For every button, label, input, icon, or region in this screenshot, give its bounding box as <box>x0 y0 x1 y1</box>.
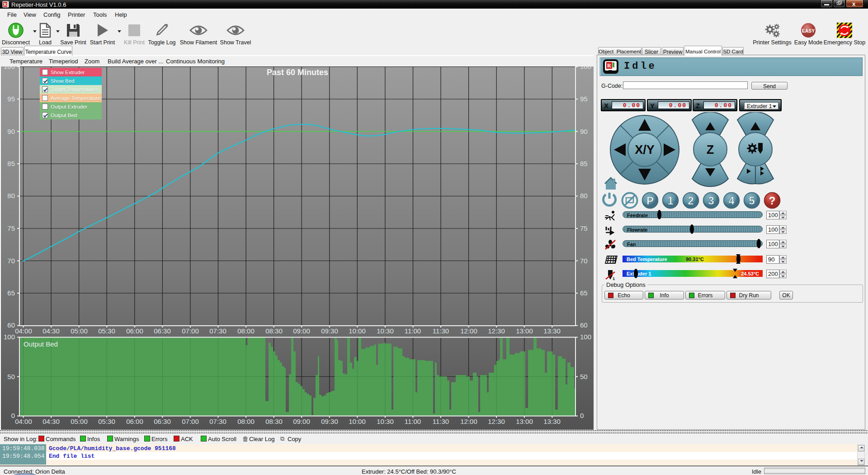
svg-text:70: 70 <box>580 257 588 265</box>
svg-text:75: 75 <box>580 224 588 232</box>
svg-text:0: 0 <box>11 412 15 419</box>
svg-text:85: 85 <box>7 160 15 167</box>
svg-text:10:30: 10:30 <box>377 418 394 425</box>
svg-text:13:00: 13:00 <box>516 418 533 425</box>
svg-text:95: 95 <box>580 95 588 103</box>
svg-text:80: 80 <box>7 192 15 200</box>
svg-text:12:30: 12:30 <box>488 327 505 335</box>
svg-text:06:30: 06:30 <box>154 418 171 425</box>
svg-text:09:00: 09:00 <box>293 327 310 335</box>
svg-text:07:00: 07:00 <box>182 418 199 425</box>
svg-text:100: 100 <box>580 66 591 70</box>
svg-text:07:30: 07:30 <box>209 418 226 425</box>
svg-text:13:00: 13:00 <box>516 327 533 335</box>
svg-text:06:00: 06:00 <box>126 418 143 425</box>
svg-text:05:30: 05:30 <box>98 327 115 335</box>
svg-text:0: 0 <box>580 412 584 419</box>
svg-text:X/Y: X/Y <box>635 143 655 157</box>
svg-text:07:30: 07:30 <box>209 327 226 335</box>
svg-text:75: 75 <box>7 224 15 232</box>
svg-text:65: 65 <box>580 289 588 297</box>
svg-text:07:00: 07:00 <box>182 327 199 335</box>
svg-text:50: 50 <box>7 373 15 380</box>
svg-text:12:30: 12:30 <box>488 418 505 425</box>
svg-text:80: 80 <box>580 192 588 200</box>
svg-text:11:30: 11:30 <box>433 418 449 425</box>
svg-text:50: 50 <box>580 373 588 380</box>
svg-text:5: 5 <box>749 195 755 207</box>
svg-text:Z: Z <box>707 143 714 157</box>
svg-text:06:00: 06:00 <box>126 327 143 335</box>
svg-text:04:00: 04:00 <box>15 327 32 335</box>
svg-text:4: 4 <box>728 195 735 207</box>
svg-text:2: 2 <box>688 195 693 207</box>
svg-text:100: 100 <box>580 333 591 341</box>
svg-text:1: 1 <box>613 276 615 281</box>
svg-text:09:00: 09:00 <box>293 418 310 425</box>
svg-text:13:30: 13:30 <box>543 327 561 335</box>
svg-text:60: 60 <box>7 321 15 329</box>
svg-text:?: ? <box>769 195 776 207</box>
svg-text:04:30: 04:30 <box>42 327 60 335</box>
svg-text:08:00: 08:00 <box>237 327 255 335</box>
svg-text:EASY: EASY <box>802 28 815 33</box>
svg-text:09:30: 09:30 <box>321 418 338 425</box>
svg-text:11:00: 11:00 <box>405 418 421 425</box>
svg-text:10:30: 10:30 <box>377 327 394 335</box>
svg-text:08:30: 08:30 <box>265 418 283 425</box>
svg-text:70: 70 <box>7 257 15 265</box>
svg-text:65: 65 <box>7 289 15 297</box>
svg-text:60: 60 <box>580 321 588 329</box>
svg-text:09:30: 09:30 <box>321 327 338 335</box>
svg-text:13:30: 13:30 <box>543 418 561 425</box>
svg-text:1: 1 <box>667 195 673 207</box>
svg-text:12:00: 12:00 <box>460 418 477 425</box>
svg-text:Output Bed: Output Bed <box>24 340 58 348</box>
svg-text:06:30: 06:30 <box>154 327 171 335</box>
svg-text:Past 60 Minutes: Past 60 Minutes <box>267 68 328 77</box>
svg-text:11:30: 11:30 <box>433 327 449 335</box>
svg-text:85: 85 <box>580 160 588 167</box>
svg-text:100: 100 <box>4 333 15 341</box>
svg-text:05:30: 05:30 <box>98 418 115 425</box>
svg-text:P: P <box>646 195 654 207</box>
svg-text:12:00: 12:00 <box>460 327 477 335</box>
svg-text:100: 100 <box>4 66 15 70</box>
svg-text:05:00: 05:00 <box>71 327 88 335</box>
svg-text:11:00: 11:00 <box>405 327 421 335</box>
svg-text:3: 3 <box>708 195 714 207</box>
svg-text:08:00: 08:00 <box>237 418 255 425</box>
svg-text:05:00: 05:00 <box>71 418 88 425</box>
svg-text:10:00: 10:00 <box>349 418 366 425</box>
svg-text:95: 95 <box>7 95 15 103</box>
svg-text:08:30: 08:30 <box>265 327 283 335</box>
svg-text:10:00: 10:00 <box>349 327 366 335</box>
svg-text:04:30: 04:30 <box>42 418 60 425</box>
svg-text:90: 90 <box>580 128 588 135</box>
svg-text:04:00: 04:00 <box>15 418 32 425</box>
svg-text:90: 90 <box>7 128 15 135</box>
